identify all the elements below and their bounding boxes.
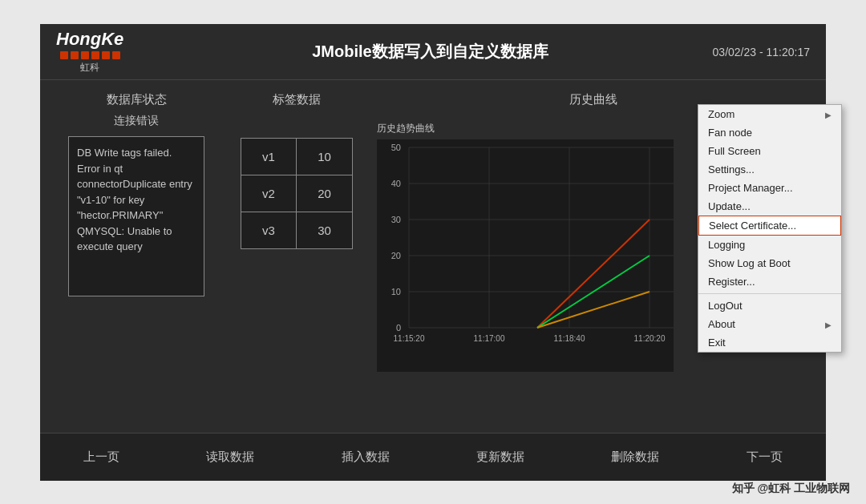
app-header: HongKe 虹科 JMobile数据写入到自定义数据库 03/02/23 - … [40,24,826,80]
menu-item[interactable]: Logging [698,236,841,254]
logo-text: HongKe [56,29,123,50]
chart-title: 历史曲线 [569,92,617,107]
table-row: v330 [241,212,353,249]
tag-value: 30 [296,212,352,249]
tag-data-panel: 标签数据 v110v220v330 [233,92,361,421]
menu-item-label: Project Manager... [708,182,793,194]
logo-dot-3 [81,51,89,59]
menu-item[interactable]: Fan node [698,123,841,142]
svg-text:11:17:00: 11:17:00 [474,334,505,343]
menu-item-label: Logging [708,239,745,251]
svg-text:50: 50 [391,143,401,152]
db-status-title: 数据库状态 [107,92,167,107]
svg-line-22 [537,292,650,328]
table-row: v220 [241,175,353,212]
footer-button[interactable]: 更新数据 [460,443,540,471]
svg-text:20: 20 [391,251,401,260]
tag-name: v2 [241,175,297,212]
footer: 上一页读取数据插入数据更新数据删除数据下一页 [40,433,826,481]
menu-item[interactable]: Full Screen [698,142,841,160]
menu-item[interactable]: Register... [698,272,841,291]
menu-item-label: Zoom [708,108,734,120]
svg-text:11:15:20: 11:15:20 [394,334,425,343]
svg-text:11:18:40: 11:18:40 [554,334,585,343]
menu-item[interactable]: LogOut [698,296,841,315]
svg-text:11:20:20: 11:20:20 [634,334,666,343]
footer-button[interactable]: 删除数据 [595,443,675,471]
app-title: JMobile数据写入到自定义数据库 [148,41,712,62]
svg-text:30: 30 [391,215,401,224]
menu-divider [698,293,841,294]
menu-item-label: Fan node [708,127,752,139]
datetime: 03/02/23 - 11:20:17 [713,46,810,58]
svg-text:0: 0 [396,323,401,333]
table-row: v110 [241,139,353,175]
svg-line-20 [537,220,650,328]
tag-data-title: 标签数据 [273,92,321,107]
menu-item-label: Select Certificate... [709,220,796,232]
menu-item[interactable]: Exit [698,333,841,352]
menu-item[interactable]: Show Log at Boot [698,254,841,272]
logo-dot-1 [60,51,68,59]
menu-item[interactable]: Settings... [698,160,841,179]
svg-text:40: 40 [391,179,401,188]
submenu-arrow-icon [825,318,832,330]
context-menu: ZoomFan nodeFull ScreenSettings...Projec… [698,104,842,353]
svg-text:10: 10 [391,287,401,296]
menu-item[interactable]: Project Manager... [698,179,841,197]
tag-value: 20 [296,175,352,212]
menu-item-label: Show Log at Boot [708,257,791,269]
db-status-subtitle: 连接错误 [114,114,159,128]
menu-item[interactable]: Select Certificate... [698,216,841,236]
menu-item-label: About [708,318,735,330]
logo-dots [60,51,120,59]
tag-name: v3 [241,212,297,249]
menu-item-label: LogOut [708,300,743,312]
logo-dot-6 [112,51,120,59]
menu-item[interactable]: Zoom [698,105,841,123]
footer-button[interactable]: 插入数据 [326,443,406,471]
logo-area: HongKe 虹科 [56,29,123,75]
menu-item-label: Update... [708,200,751,212]
watermark: 知乎 @虹科 工业物联网 [732,482,850,496]
logo-dot-4 [91,51,99,59]
tag-value: 10 [296,139,352,175]
menu-item-label: Full Screen [708,145,761,157]
tag-table: v110v220v330 [241,138,353,249]
menu-item[interactable]: Update... [698,197,841,216]
menu-item-label: Register... [708,276,755,288]
footer-button[interactable]: 读取数据 [190,443,270,471]
error-message: DB Write tags failed. Error in qt connec… [77,147,192,252]
db-status-panel: 数据库状态 连接错误 DB Write tags failed. Error i… [56,92,216,421]
footer-button[interactable]: 下一页 [730,443,799,471]
logo-dot-2 [71,51,79,59]
submenu-arrow-icon [825,108,832,120]
menu-item[interactable]: About [698,315,841,333]
menu-item-label: Settings... [708,163,755,175]
logo-chinese: 虹科 [80,61,99,75]
footer-button[interactable]: 上一页 [67,443,136,471]
error-box: DB Write tags failed. Error in qt connec… [68,136,204,296]
tag-name: v1 [241,139,297,175]
chart-svg: 50 40 30 20 10 0 11:15:20 11:17:00 11:18… [377,139,674,372]
logo-dot-5 [102,51,110,59]
menu-item-label: Exit [708,337,726,349]
